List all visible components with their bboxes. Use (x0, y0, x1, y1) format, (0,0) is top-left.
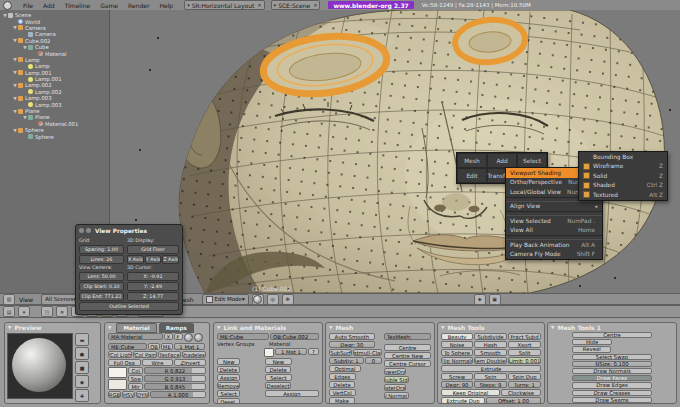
close-icon[interactable] (86, 228, 91, 233)
material-toggle[interactable]: VCol Light (108, 351, 132, 358)
subsurf-toggle[interactable]: SubSurf (329, 349, 352, 356)
vertex-group-button[interactable]: Remove (217, 382, 240, 389)
material-slot-button[interactable]: Delete (265, 366, 291, 373)
collapse-icon[interactable] (79, 228, 84, 233)
mesh-tool-button[interactable]: Flip Normals (441, 357, 473, 364)
shading-menu-item[interactable]: Solid Z (579, 171, 667, 181)
material-toggle[interactable]: ZInvert (174, 359, 206, 366)
shading-menu-item[interactable]: Shaded Ctrl Z (579, 181, 667, 191)
alpha-slider[interactable]: A 1.000 (150, 391, 206, 398)
axis-toggle[interactable]: X Axis (127, 255, 144, 264)
mode-select[interactable]: Edit Mode ▾ (202, 294, 249, 305)
mesh-tool-1-button[interactable]: Select Swap (572, 354, 651, 360)
mesh-tool-button[interactable]: Rem Doubles (474, 357, 507, 364)
fake-user-button[interactable]: F (174, 333, 183, 340)
color-mode-button[interactable]: RGB (108, 391, 121, 398)
lens-field[interactable]: Lens: 50.00 (79, 272, 124, 281)
toolbox-menu-item[interactable]: Edit (457, 168, 487, 183)
view-menu-item[interactable]: View All Home (506, 226, 602, 236)
vertex-group-button[interactable]: Assign (217, 374, 240, 381)
tab-material[interactable]: Material (116, 323, 156, 333)
mesh-tool-button[interactable]: Degr: 90 (441, 381, 473, 388)
color-mode-button[interactable]: DYN (136, 391, 149, 398)
blender-logo-icon[interactable] (3, 1, 12, 10)
toolbox-menu-item[interactable]: Mesh (457, 153, 487, 168)
mesh-tool-button[interactable]: Fract Subd (508, 333, 541, 340)
mesh-tool-button[interactable]: Limit: 0.001 (508, 357, 541, 364)
mesh-draw-toggle[interactable]: Double Sided (384, 376, 409, 383)
mesh-datablock-field[interactable]: ME:Cube (217, 333, 269, 340)
clip-start-field[interactable]: Clip Start: 0.10 (79, 282, 124, 291)
panel-collapse-icon[interactable]: ▼ (551, 325, 554, 330)
cursor-x-field[interactable]: X: -0.91 (127, 272, 179, 281)
panel-collapse-icon[interactable]: ▼ (108, 325, 111, 330)
material-slot-button[interactable]: Select (265, 374, 292, 381)
centre-button[interactable]: Centre Cursor (384, 360, 431, 367)
view-menu-item[interactable]: Align View ▸ (506, 202, 602, 212)
preview-monkey-icon[interactable]: ◆ (75, 375, 89, 388)
material-color-swatch[interactable] (264, 348, 274, 357)
material-toggle[interactable]: Full Osa (108, 359, 141, 366)
panel-collapse-icon[interactable]: ▼ (329, 325, 332, 330)
mesh-data-button[interactable]: Delete (329, 381, 355, 388)
axis-toggle[interactable]: Y Axis (145, 255, 162, 264)
mesh-draw-toggle[interactable]: FasterDraw (384, 384, 406, 391)
toolbox-menu-item[interactable]: Select (517, 153, 547, 168)
color-channel-button[interactable]: Spe (128, 375, 143, 382)
color-channel-button[interactable]: Col (128, 367, 143, 374)
color-mode-button[interactable]: HSV (122, 391, 135, 398)
top-menu-item[interactable]: Render (123, 2, 154, 9)
mesh-tool-button[interactable]: Smooth (474, 349, 507, 356)
mesh-tool-button[interactable]: Subdivide (474, 333, 507, 340)
grid-lines-field[interactable]: Lines: 16 (79, 255, 124, 264)
render-preview-icon[interactable]: ▣ (489, 294, 501, 305)
top-menu-item[interactable]: Timeline (60, 2, 96, 9)
mesh-tool-button[interactable]: Xsort (508, 341, 541, 348)
material-datablock-field[interactable]: MA:Material (108, 333, 163, 340)
panel-collapse-icon[interactable]: ▼ (217, 325, 220, 330)
pin-icon[interactable] (194, 333, 203, 342)
axis-toggle[interactable]: Z Axis (162, 255, 179, 264)
grid-floor-toggle[interactable]: Grid Floor (127, 245, 179, 254)
view-menu-item[interactable]: View Selected NumPad . (506, 216, 602, 226)
mesh-tool-button[interactable]: Extrude (441, 365, 541, 372)
preview-sphere-icon[interactable]: ● (75, 347, 89, 360)
scene-select[interactable]: ▾ SCE:Scene ✕ (271, 0, 321, 10)
top-menu-item[interactable]: File (18, 2, 38, 9)
material-slot-button[interactable]: New (265, 358, 292, 365)
vertex-group-button[interactable]: New (217, 358, 240, 365)
diffuse-color-swatch[interactable] (108, 367, 127, 378)
cursor-z-field[interactable]: Z: 14.77 (127, 292, 179, 301)
material-toggle[interactable]: TexFace (158, 351, 182, 358)
vertex-group-button[interactable]: Desel. (217, 398, 240, 404)
preview-hair-icon[interactable]: ✚ (75, 389, 89, 402)
mesh-tool-button[interactable]: Extrude Dup (441, 397, 485, 404)
material-query-button[interactable]: ? (308, 348, 319, 355)
centre-button[interactable]: Centre (384, 344, 431, 351)
panel-collapse-icon[interactable]: ▼ (441, 325, 444, 330)
auto-smooth-toggle[interactable]: Auto Smooth (329, 333, 375, 340)
vertex-group-button[interactable]: Select (217, 390, 240, 397)
manipulator-icon[interactable]: ✥ (282, 294, 294, 305)
mesh-tool-button[interactable]: Noise (441, 341, 473, 348)
close-icon[interactable]: ✕ (313, 2, 317, 8)
snap-icon[interactable]: ◈ (474, 294, 486, 305)
tab-ramps[interactable]: Ramps (159, 323, 194, 333)
outliner-item[interactable]: Sphere (0, 133, 109, 139)
window-type-icon[interactable]: ▥ (3, 294, 15, 305)
texmesh-field[interactable]: TexMesh: (384, 333, 431, 340)
mesh-tool-button[interactable]: Clockwise (501, 389, 541, 396)
ob-link-button[interactable]: OB (148, 343, 160, 350)
mesh-tool-button[interactable]: Hash (474, 341, 507, 348)
link-badge[interactable]: www.blender-org 2.37 (328, 1, 413, 9)
mesh-tool-1-button[interactable]: Draw Faces (572, 375, 651, 381)
view-menu-item[interactable]: Camera Fly Mode Shift F (506, 250, 602, 260)
mesh-tool-button[interactable]: Spin Dup (508, 373, 541, 380)
window-type-icon[interactable]: ▤ (3, 306, 15, 317)
shading-menu-item[interactable]: Bounding Box (579, 152, 667, 162)
clip-end-field[interactable]: Clip End: 771.23 (79, 292, 124, 301)
mesh-data-button[interactable]: VertCol (329, 389, 356, 396)
top-menu-item[interactable]: Add (38, 2, 60, 9)
mesh-tool-1-button[interactable]: Reveal (572, 346, 611, 352)
mesh-tool-button[interactable]: Screw (441, 373, 473, 380)
